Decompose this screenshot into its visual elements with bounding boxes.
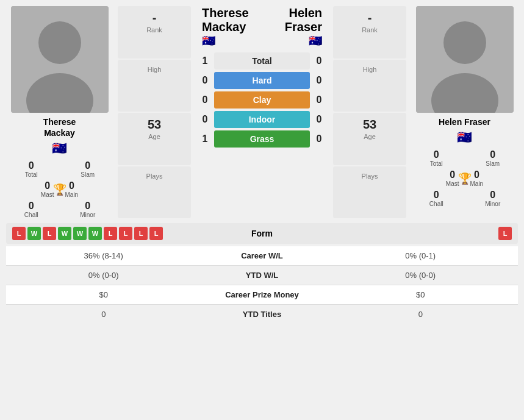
middle-section: Therese Mackay 🇦🇺 Helen Fraser 🇦🇺 1 Tota… bbox=[196, 6, 328, 218]
right-main-val: 0 bbox=[474, 169, 479, 180]
right-plays-box: Plays bbox=[333, 166, 406, 219]
right-player-avatar bbox=[416, 6, 514, 113]
form-badge-left: W bbox=[88, 227, 102, 240]
right-main-label: Main bbox=[470, 180, 483, 187]
top-section: Therese Mackay 🇦🇺 0 Total 0 Slam 0 Mast bbox=[0, 0, 524, 218]
left-age-box: 53 Age bbox=[118, 113, 191, 165]
left-header-flag: 🇦🇺 bbox=[202, 34, 269, 48]
right-chall-cell: 0 Chall bbox=[411, 190, 462, 207]
right-form-badges: L bbox=[345, 227, 512, 240]
left-player-name: Therese Mackay bbox=[43, 116, 76, 138]
stat-row: 0 YTD Titles 0 bbox=[6, 305, 518, 324]
player-header: Therese Mackay 🇦🇺 Helen Fraser 🇦🇺 bbox=[196, 6, 328, 48]
bottom-rows: 36% (8-14) Career W/L 0% (0-1) 0% (0-0) … bbox=[6, 246, 518, 324]
left-total-label: Total bbox=[25, 171, 38, 178]
clay-score-right: 0 bbox=[310, 94, 328, 105]
svg-point-4 bbox=[443, 21, 486, 64]
clay-score-left: 0 bbox=[196, 94, 214, 105]
stat-label: Career W/L bbox=[201, 251, 323, 260]
left-high-box: High bbox=[118, 60, 191, 112]
left-plays-label: Plays bbox=[120, 173, 188, 180]
right-high-label: High bbox=[336, 66, 404, 73]
right-total-cell: 0 Total bbox=[411, 149, 462, 167]
form-badge-left: L bbox=[149, 227, 163, 240]
right-player-name: Helen Fraser bbox=[439, 116, 490, 127]
grass-score-right: 0 bbox=[310, 133, 328, 144]
right-player-stats: 0 Total 0 Slam bbox=[411, 149, 518, 167]
left-trophy-row: 0 Mast 🏆 0 Main bbox=[6, 180, 113, 198]
left-main-label: Main bbox=[65, 191, 78, 198]
right-slam-label: Slam bbox=[486, 160, 500, 167]
left-plays-box: Plays bbox=[118, 166, 191, 219]
stat-right: 0% (0-0) bbox=[323, 271, 519, 280]
stat-right: 0 bbox=[323, 310, 519, 319]
right-mast-val: 0 bbox=[450, 169, 455, 180]
left-mast-label: Mast bbox=[41, 191, 54, 198]
right-minor-label: Minor bbox=[485, 201, 500, 207]
left-player-avatar bbox=[11, 6, 109, 113]
right-trophy-row: 0 Mast 🏆 0 Main bbox=[411, 169, 518, 187]
form-badge-left: L bbox=[43, 227, 56, 240]
clay-row: 0 Clay 0 bbox=[196, 91, 328, 109]
form-badge-right: L bbox=[498, 227, 512, 240]
right-total-label: Total bbox=[430, 160, 443, 167]
total-score-right: 0 bbox=[310, 55, 328, 66]
right-mast-cell: 0 Mast bbox=[446, 169, 459, 187]
left-age-label: Age bbox=[120, 133, 188, 140]
left-main-cell: 0 Main bbox=[65, 180, 78, 198]
total-score-left: 1 bbox=[196, 55, 214, 66]
right-stats-panel: - Rank High 53 Age Plays bbox=[333, 6, 406, 218]
form-badge-left: W bbox=[27, 227, 41, 240]
form-badge-left: L bbox=[104, 227, 117, 240]
indoor-row: 0 Indoor 0 bbox=[196, 111, 328, 128]
right-chall-label: Chall bbox=[429, 201, 443, 207]
left-chall-val: 0 bbox=[29, 201, 34, 212]
main-container: Therese Mackay 🇦🇺 0 Total 0 Slam 0 Mast bbox=[0, 0, 524, 324]
right-header-flag: 🇦🇺 bbox=[269, 34, 322, 48]
left-minor-cell: 0 Minor bbox=[63, 201, 113, 218]
right-chall-val: 0 bbox=[434, 190, 439, 201]
stat-left: 36% (8-14) bbox=[6, 251, 201, 260]
total-row: 1 Total 0 bbox=[196, 52, 328, 69]
left-high-label: High bbox=[120, 66, 188, 73]
total-btn: Total bbox=[214, 52, 310, 69]
stat-left: $0 bbox=[6, 290, 201, 299]
right-age-label: Age bbox=[336, 133, 404, 140]
form-section: LWLWWWLLLL Form L bbox=[6, 223, 518, 244]
right-slam-val: 0 bbox=[490, 149, 495, 160]
right-age-box: 53 Age bbox=[333, 113, 406, 165]
left-total-cell: 0 Total bbox=[6, 160, 57, 178]
stat-right: 0% (0-1) bbox=[323, 251, 519, 260]
grass-row: 1 Grass 0 bbox=[196, 130, 328, 148]
left-chall-label: Chall bbox=[24, 212, 38, 218]
left-age-val: 53 bbox=[120, 118, 188, 132]
left-rank-val: - bbox=[120, 11, 188, 25]
right-age-val: 53 bbox=[336, 118, 404, 132]
left-header-name: Therese Mackay bbox=[202, 6, 269, 34]
right-minor-val: 0 bbox=[490, 190, 495, 201]
indoor-btn: Indoor bbox=[214, 111, 310, 128]
indoor-score-right: 0 bbox=[310, 114, 328, 125]
left-bottom-stats: 0 Chall 0 Minor bbox=[6, 201, 113, 218]
form-badge-left: L bbox=[134, 227, 148, 240]
left-slam-val: 0 bbox=[85, 160, 90, 171]
right-rank-val: - bbox=[336, 11, 404, 25]
form-badge-left: L bbox=[119, 227, 132, 240]
stat-row: 36% (8-14) Career W/L 0% (0-1) bbox=[6, 246, 518, 266]
left-slam-cell: 0 Slam bbox=[63, 160, 113, 178]
form-badge-left: L bbox=[12, 227, 26, 240]
clay-btn: Clay bbox=[214, 91, 310, 109]
right-slam-cell: 0 Slam bbox=[468, 149, 519, 167]
svg-point-1 bbox=[38, 21, 81, 64]
left-flag: 🇦🇺 bbox=[52, 141, 67, 155]
left-chall-cell: 0 Chall bbox=[6, 201, 57, 218]
left-total-val: 0 bbox=[29, 160, 34, 171]
right-main-cell: 0 Main bbox=[470, 169, 483, 187]
trophy-icon: 🏆 bbox=[53, 183, 66, 196]
right-bottom-stats: 0 Chall 0 Minor bbox=[411, 190, 518, 207]
left-mast-cell: 0 Mast bbox=[41, 180, 54, 198]
left-rank-label: Rank bbox=[120, 26, 188, 34]
right-high-box: High bbox=[333, 60, 406, 112]
right-plays-label: Plays bbox=[336, 173, 404, 180]
left-player-stats: 0 Total 0 Slam bbox=[6, 160, 113, 178]
